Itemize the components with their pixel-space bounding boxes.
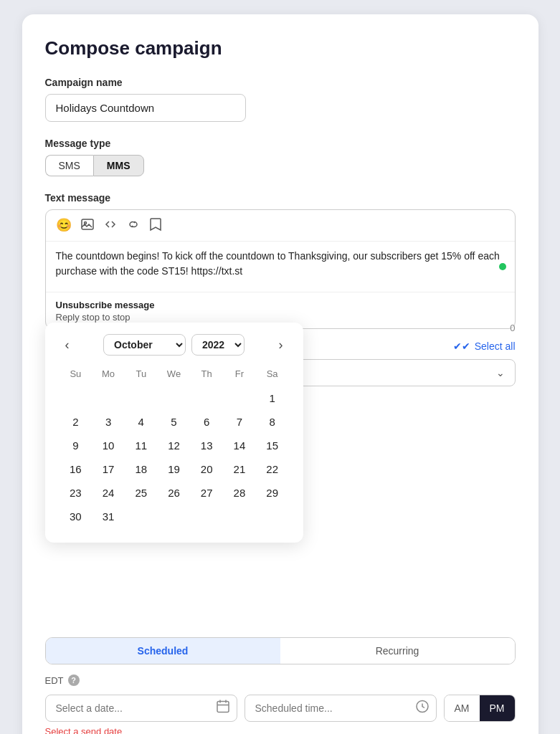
calendar-prev-button[interactable]: ‹: [60, 336, 75, 354]
cal-day-empty: [158, 505, 191, 528]
cal-day-12[interactable]: 12: [158, 434, 191, 457]
cal-day-28[interactable]: 28: [223, 481, 256, 505]
cal-day-7[interactable]: 7: [223, 410, 256, 434]
cal-day-empty: [256, 505, 289, 528]
cal-day-6[interactable]: 6: [190, 410, 223, 434]
image-icon[interactable]: [80, 217, 95, 235]
cal-day-empty: [60, 386, 92, 410]
calendar-days: 1 2 3 4 5 6 7 8 9 10 11 12 13 14 15 16 1: [60, 386, 289, 528]
calendar-header: ‹ JanuaryFebruaryMarch AprilMayJune July…: [60, 334, 289, 356]
calendar-overlay: ‹ JanuaryFebruaryMarch AprilMayJune July…: [45, 323, 303, 543]
cal-day-15[interactable]: 15: [256, 434, 289, 457]
cal-day-19[interactable]: 19: [158, 457, 191, 481]
am-button[interactable]: AM: [445, 695, 480, 721]
cal-day-22[interactable]: 22: [256, 457, 289, 481]
cal-day-empty: [223, 505, 256, 528]
timezone-row: EDT ?: [45, 675, 516, 686]
message-content: The countdown begins! To kick off the co…: [56, 250, 500, 277]
right-panel: 0 ✔✔ Select all ⌄: [293, 323, 516, 396]
select-all-icon: ✔✔: [453, 340, 470, 352]
cal-day-empty: [223, 386, 256, 410]
cal-day-11[interactable]: 11: [125, 434, 158, 457]
date-input[interactable]: [45, 695, 237, 722]
cal-day-17[interactable]: 17: [92, 457, 125, 481]
weekday-tu: Tu: [125, 366, 158, 382]
cal-day-29[interactable]: 29: [256, 481, 289, 505]
cal-day-empty: [190, 386, 223, 410]
schedule-tabs: Scheduled Recurring: [45, 637, 516, 664]
time-input[interactable]: [245, 695, 437, 722]
calendar-year-select[interactable]: 202120222023: [191, 334, 245, 356]
pm-button[interactable]: PM: [480, 695, 515, 721]
toolbar: 😊: [46, 210, 515, 242]
message-type-group: SMS MMS: [45, 155, 516, 176]
calendar-icon: [216, 700, 230, 718]
cal-day-14[interactable]: 14: [223, 434, 256, 457]
mms-button[interactable]: MMS: [93, 155, 144, 176]
cal-day-empty: [125, 386, 158, 410]
cal-day-21[interactable]: 21: [223, 457, 256, 481]
calendar-month-select[interactable]: JanuaryFebruaryMarch AprilMayJune JulyAu…: [103, 334, 186, 356]
cal-day-2[interactable]: 2: [60, 410, 92, 434]
cal-day-26[interactable]: 26: [158, 481, 191, 505]
cal-day-4[interactable]: 4: [125, 410, 158, 434]
clock-icon: [415, 700, 430, 718]
timezone-label: EDT: [45, 675, 64, 686]
cal-day-1[interactable]: 1: [256, 386, 289, 410]
cal-day-30[interactable]: 30: [60, 505, 92, 528]
message-text-area[interactable]: The countdown begins! To kick off the co…: [46, 242, 515, 292]
date-input-wrap: [45, 695, 237, 722]
sms-button[interactable]: SMS: [45, 155, 93, 176]
compose-campaign-card: Compose campaign Campaign name Message t…: [22, 14, 538, 734]
char-count-row: 0: [293, 323, 516, 333]
cal-day-27[interactable]: 27: [190, 481, 223, 505]
cal-day-5[interactable]: 5: [158, 410, 191, 434]
weekday-th: Th: [190, 366, 223, 382]
calendar-weekdays: Su Mo Tu We Th Fr Sa: [60, 366, 289, 382]
tab-recurring[interactable]: Recurring: [280, 638, 515, 664]
cal-day-8[interactable]: 8: [256, 410, 289, 434]
link-icon[interactable]: [126, 217, 141, 235]
campaign-name-label: Campaign name: [45, 77, 516, 88]
calendar-selects: JanuaryFebruaryMarch AprilMayJune JulyAu…: [103, 334, 245, 356]
emoji-icon[interactable]: 😊: [56, 217, 72, 235]
embed-icon[interactable]: [103, 217, 118, 235]
tab-scheduled[interactable]: Scheduled: [46, 638, 280, 664]
weekday-we: We: [158, 366, 191, 382]
unsubscribe-title: Unsubscribe message: [56, 300, 505, 310]
cal-day-20[interactable]: 20: [190, 457, 223, 481]
cal-day-empty: [158, 386, 191, 410]
cal-day-24[interactable]: 24: [92, 481, 125, 505]
message-type-label: Message type: [45, 138, 516, 149]
cal-day-9[interactable]: 9: [60, 434, 92, 457]
cal-day-25[interactable]: 25: [125, 481, 158, 505]
page-title: Compose campaign: [45, 37, 516, 59]
svg-rect-0: [82, 219, 93, 229]
time-input-wrap: [245, 695, 437, 722]
select-all-row[interactable]: ✔✔ Select all: [293, 340, 516, 352]
chevron-down-icon: ⌄: [496, 367, 505, 378]
cal-day-31[interactable]: 31: [92, 505, 125, 528]
select-all-label: Select all: [475, 340, 516, 352]
cal-day-16[interactable]: 16: [60, 457, 92, 481]
cal-day-empty: [190, 505, 223, 528]
date-time-row: AM PM: [45, 695, 516, 722]
weekday-sa: Sa: [256, 366, 289, 382]
weekday-fr: Fr: [223, 366, 256, 382]
campaign-name-input[interactable]: [45, 94, 246, 122]
audience-dropdown[interactable]: ⌄: [293, 359, 516, 386]
timezone-help-icon[interactable]: ?: [68, 675, 80, 686]
send-date-error: Select a send date: [45, 726, 516, 734]
unsubscribe-text: Reply stop to stop: [56, 312, 505, 323]
cal-day-empty: [125, 505, 158, 528]
calendar-grid: Su Mo Tu We Th Fr Sa 1 2 3: [60, 366, 289, 528]
cal-day-23[interactable]: 23: [60, 481, 92, 505]
bookmark-icon[interactable]: [149, 217, 162, 235]
cal-day-10[interactable]: 10: [92, 434, 125, 457]
cal-day-18[interactable]: 18: [125, 457, 158, 481]
status-dot: [499, 263, 506, 270]
calendar-next-button[interactable]: ›: [273, 336, 289, 354]
cal-day-13[interactable]: 13: [190, 434, 223, 457]
cal-day-3[interactable]: 3: [92, 410, 125, 434]
weekday-mo: Mo: [92, 366, 125, 382]
